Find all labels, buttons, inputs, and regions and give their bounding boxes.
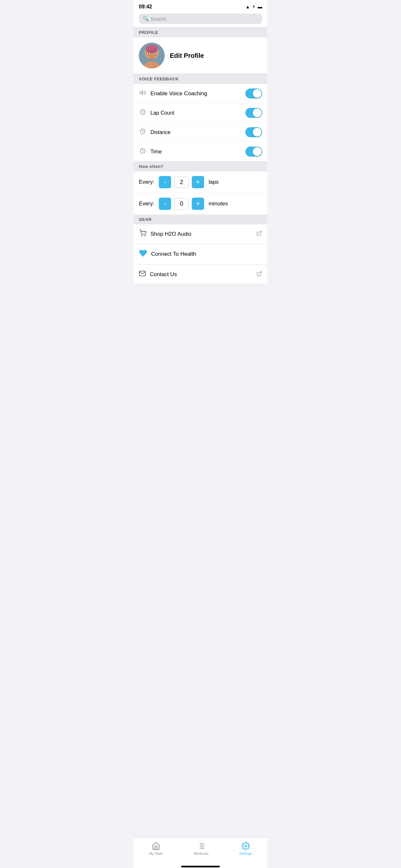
signal-icon: ▲ <box>245 4 250 9</box>
svg-point-4 <box>146 45 158 51</box>
contact-us-label: Contact Us <box>150 271 252 278</box>
search-input-area[interactable]: 🔍 Search <box>139 13 262 24</box>
bottom-nav: My Stats Workouts Settings <box>134 838 267 864</box>
home-indicator <box>134 864 267 868</box>
lap-count-toggle[interactable] <box>245 108 262 118</box>
svg-point-26 <box>244 845 247 847</box>
distance-icon <box>139 128 147 136</box>
settings-nav-icon <box>242 842 250 850</box>
cart-icon <box>139 229 147 238</box>
lap-count-row: Lap Count <box>134 103 267 123</box>
search-bar-container: 🔍 Search <box>134 11 267 27</box>
laps-unit-label: laps <box>209 179 219 185</box>
voice-feedback-group: Enable Voice Coaching Lap Count Distance <box>134 84 267 161</box>
status-time: 09:42 <box>139 4 152 10</box>
list-nav-icon <box>197 842 205 850</box>
time-toggle[interactable] <box>245 147 262 157</box>
gear-section-header: GEAR <box>134 214 267 224</box>
minutes-plus-button[interactable]: + <box>192 197 204 210</box>
voice-coaching-toggle[interactable] <box>245 89 262 98</box>
svg-point-10 <box>151 56 153 57</box>
lap-count-label: Lap Count <box>150 110 242 116</box>
profile-row[interactable]: Edit Profile <box>134 37 267 74</box>
contact-us-row[interactable]: Contact Us <box>134 265 267 284</box>
status-bar: 09:42 ▲ ⚬ ▬ <box>134 0 267 11</box>
mail-icon <box>139 270 146 279</box>
voice-coaching-label: Enable Voice Coaching <box>150 90 242 97</box>
minutes-minus-button[interactable]: - <box>159 197 171 210</box>
nav-item-settings[interactable]: Settings <box>233 841 258 857</box>
avatar <box>139 42 165 68</box>
svg-line-19 <box>259 272 261 274</box>
svg-point-8 <box>148 53 150 55</box>
external-link-icon <box>256 230 262 238</box>
every-laps-prefix: Every: <box>139 179 154 185</box>
svg-line-18 <box>259 231 261 234</box>
minutes-value-input[interactable] <box>174 198 189 210</box>
minutes-frequency-row: Every: - + minutes <box>134 193 267 214</box>
svg-point-9 <box>154 53 156 55</box>
svg-marker-12 <box>140 91 143 95</box>
time-row: Time <box>134 142 267 161</box>
laps-plus-button[interactable]: + <box>192 176 204 188</box>
workouts-nav-label: Workouts <box>193 851 208 856</box>
home-nav-icon <box>152 842 160 850</box>
profile-section-header: PROFILE <box>134 27 267 37</box>
laps-frequency-row: Every: - + laps <box>134 172 267 193</box>
wifi-icon: ⚬ <box>252 4 256 9</box>
connect-health-label: Connect To Health <box>151 251 262 257</box>
shop-h2o-label: Shop H2O Audio <box>150 231 252 237</box>
time-label: Time <box>150 149 242 155</box>
how-often-section-header: How often? <box>134 161 267 172</box>
laps-value-input[interactable] <box>174 177 189 188</box>
status-icons: ▲ ⚬ ▬ <box>245 4 262 9</box>
svg-point-16 <box>142 236 142 236</box>
shop-h2o-row[interactable]: Shop H2O Audio <box>134 224 267 244</box>
speaker-icon <box>139 89 147 97</box>
contact-external-link-icon <box>256 271 262 278</box>
voice-coaching-row: Enable Voice Coaching <box>134 84 267 103</box>
home-bar <box>181 866 220 867</box>
heart-icon <box>139 249 147 259</box>
voice-feedback-section-header: VOICE FEEDBACK <box>134 74 267 84</box>
edit-profile-label: Edit Profile <box>170 52 204 59</box>
battery-icon: ▬ <box>258 4 262 9</box>
distance-row: Distance <box>134 123 267 142</box>
every-minutes-prefix: Every: <box>139 200 154 207</box>
search-placeholder: Search <box>151 16 166 22</box>
nav-item-my-stats[interactable]: My Stats <box>143 841 169 857</box>
laps-minus-button[interactable]: - <box>159 176 171 188</box>
search-icon: 🔍 <box>143 16 149 22</box>
svg-point-17 <box>145 236 145 236</box>
distance-toggle[interactable] <box>245 127 262 137</box>
how-often-group: Every: - + laps Every: - + minutes <box>134 172 267 214</box>
minutes-unit-label: minutes <box>209 200 228 207</box>
connect-health-row[interactable]: Connect To Health <box>134 244 267 265</box>
settings-nav-label: Settings <box>239 851 252 856</box>
lap-icon <box>139 109 147 117</box>
my-stats-nav-label: My Stats <box>149 851 163 856</box>
nav-item-workouts[interactable]: Workouts <box>187 841 215 857</box>
distance-label: Distance <box>150 129 242 135</box>
time-icon <box>139 148 147 156</box>
